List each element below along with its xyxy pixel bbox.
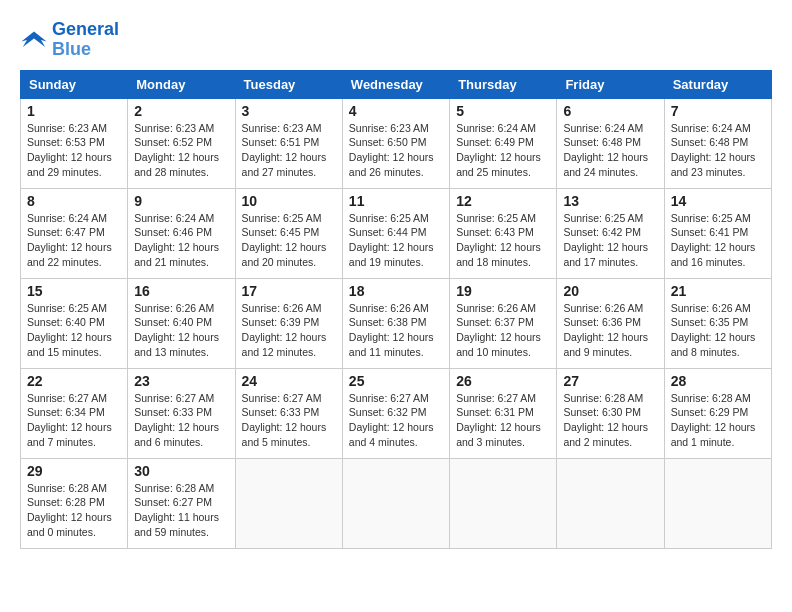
- day-info: Sunrise: 6:23 AMSunset: 6:50 PMDaylight:…: [349, 121, 443, 180]
- calendar-cell: 29Sunrise: 6:28 AMSunset: 6:28 PMDayligh…: [21, 458, 128, 548]
- day-info: Sunrise: 6:23 AMSunset: 6:53 PMDaylight:…: [27, 121, 121, 180]
- day-number: 4: [349, 103, 443, 119]
- calendar-header-monday: Monday: [128, 70, 235, 98]
- day-info: Sunrise: 6:28 AMSunset: 6:28 PMDaylight:…: [27, 481, 121, 540]
- day-info: Sunrise: 6:23 AMSunset: 6:52 PMDaylight:…: [134, 121, 228, 180]
- svg-marker-0: [21, 31, 46, 46]
- day-info: Sunrise: 6:26 AMSunset: 6:40 PMDaylight:…: [134, 301, 228, 360]
- day-number: 26: [456, 373, 550, 389]
- day-number: 25: [349, 373, 443, 389]
- calendar-cell: 7Sunrise: 6:24 AMSunset: 6:48 PMDaylight…: [664, 98, 771, 188]
- day-number: 21: [671, 283, 765, 299]
- calendar-header-friday: Friday: [557, 70, 664, 98]
- calendar-cell: 16Sunrise: 6:26 AMSunset: 6:40 PMDayligh…: [128, 278, 235, 368]
- calendar-header-row: SundayMondayTuesdayWednesdayThursdayFrid…: [21, 70, 772, 98]
- day-info: Sunrise: 6:28 AMSunset: 6:30 PMDaylight:…: [563, 391, 657, 450]
- calendar-cell: 22Sunrise: 6:27 AMSunset: 6:34 PMDayligh…: [21, 368, 128, 458]
- calendar-week-row: 15Sunrise: 6:25 AMSunset: 6:40 PMDayligh…: [21, 278, 772, 368]
- calendar-cell: 28Sunrise: 6:28 AMSunset: 6:29 PMDayligh…: [664, 368, 771, 458]
- calendar-cell: 3Sunrise: 6:23 AMSunset: 6:51 PMDaylight…: [235, 98, 342, 188]
- calendar-cell: 4Sunrise: 6:23 AMSunset: 6:50 PMDaylight…: [342, 98, 449, 188]
- calendar-cell: 8Sunrise: 6:24 AMSunset: 6:47 PMDaylight…: [21, 188, 128, 278]
- day-info: Sunrise: 6:25 AMSunset: 6:42 PMDaylight:…: [563, 211, 657, 270]
- calendar-cell: [557, 458, 664, 548]
- calendar-cell: 14Sunrise: 6:25 AMSunset: 6:41 PMDayligh…: [664, 188, 771, 278]
- day-number: 6: [563, 103, 657, 119]
- calendar-table: SundayMondayTuesdayWednesdayThursdayFrid…: [20, 70, 772, 549]
- day-number: 11: [349, 193, 443, 209]
- calendar-header-wednesday: Wednesday: [342, 70, 449, 98]
- day-info: Sunrise: 6:25 AMSunset: 6:44 PMDaylight:…: [349, 211, 443, 270]
- day-number: 10: [242, 193, 336, 209]
- day-number: 23: [134, 373, 228, 389]
- day-info: Sunrise: 6:24 AMSunset: 6:48 PMDaylight:…: [671, 121, 765, 180]
- calendar-cell: 1Sunrise: 6:23 AMSunset: 6:53 PMDaylight…: [21, 98, 128, 188]
- calendar-cell: 6Sunrise: 6:24 AMSunset: 6:48 PMDaylight…: [557, 98, 664, 188]
- calendar-week-row: 1Sunrise: 6:23 AMSunset: 6:53 PMDaylight…: [21, 98, 772, 188]
- day-number: 20: [563, 283, 657, 299]
- calendar-cell: [450, 458, 557, 548]
- calendar-cell: 15Sunrise: 6:25 AMSunset: 6:40 PMDayligh…: [21, 278, 128, 368]
- day-info: Sunrise: 6:24 AMSunset: 6:47 PMDaylight:…: [27, 211, 121, 270]
- day-info: Sunrise: 6:25 AMSunset: 6:45 PMDaylight:…: [242, 211, 336, 270]
- day-number: 30: [134, 463, 228, 479]
- calendar-cell: [235, 458, 342, 548]
- calendar-cell: 5Sunrise: 6:24 AMSunset: 6:49 PMDaylight…: [450, 98, 557, 188]
- day-number: 9: [134, 193, 228, 209]
- calendar-header-sunday: Sunday: [21, 70, 128, 98]
- day-info: Sunrise: 6:25 AMSunset: 6:40 PMDaylight:…: [27, 301, 121, 360]
- day-info: Sunrise: 6:28 AMSunset: 6:29 PMDaylight:…: [671, 391, 765, 450]
- calendar-cell: 13Sunrise: 6:25 AMSunset: 6:42 PMDayligh…: [557, 188, 664, 278]
- day-number: 17: [242, 283, 336, 299]
- calendar-cell: 10Sunrise: 6:25 AMSunset: 6:45 PMDayligh…: [235, 188, 342, 278]
- day-info: Sunrise: 6:25 AMSunset: 6:41 PMDaylight:…: [671, 211, 765, 270]
- day-info: Sunrise: 6:26 AMSunset: 6:35 PMDaylight:…: [671, 301, 765, 360]
- day-number: 7: [671, 103, 765, 119]
- day-info: Sunrise: 6:26 AMSunset: 6:37 PMDaylight:…: [456, 301, 550, 360]
- calendar-header-thursday: Thursday: [450, 70, 557, 98]
- day-number: 2: [134, 103, 228, 119]
- calendar-week-row: 8Sunrise: 6:24 AMSunset: 6:47 PMDaylight…: [21, 188, 772, 278]
- logo-text: General Blue: [52, 20, 119, 60]
- day-info: Sunrise: 6:27 AMSunset: 6:33 PMDaylight:…: [242, 391, 336, 450]
- calendar-cell: 25Sunrise: 6:27 AMSunset: 6:32 PMDayligh…: [342, 368, 449, 458]
- day-number: 5: [456, 103, 550, 119]
- logo-bird-icon: [20, 26, 48, 54]
- day-info: Sunrise: 6:24 AMSunset: 6:48 PMDaylight:…: [563, 121, 657, 180]
- calendar-cell: 18Sunrise: 6:26 AMSunset: 6:38 PMDayligh…: [342, 278, 449, 368]
- calendar-body: 1Sunrise: 6:23 AMSunset: 6:53 PMDaylight…: [21, 98, 772, 548]
- day-info: Sunrise: 6:25 AMSunset: 6:43 PMDaylight:…: [456, 211, 550, 270]
- day-info: Sunrise: 6:27 AMSunset: 6:33 PMDaylight:…: [134, 391, 228, 450]
- calendar-cell: 9Sunrise: 6:24 AMSunset: 6:46 PMDaylight…: [128, 188, 235, 278]
- day-number: 28: [671, 373, 765, 389]
- day-number: 22: [27, 373, 121, 389]
- day-number: 15: [27, 283, 121, 299]
- day-info: Sunrise: 6:26 AMSunset: 6:39 PMDaylight:…: [242, 301, 336, 360]
- day-info: Sunrise: 6:23 AMSunset: 6:51 PMDaylight:…: [242, 121, 336, 180]
- calendar-cell: 26Sunrise: 6:27 AMSunset: 6:31 PMDayligh…: [450, 368, 557, 458]
- calendar-cell: [342, 458, 449, 548]
- day-info: Sunrise: 6:27 AMSunset: 6:32 PMDaylight:…: [349, 391, 443, 450]
- day-number: 18: [349, 283, 443, 299]
- calendar-cell: 27Sunrise: 6:28 AMSunset: 6:30 PMDayligh…: [557, 368, 664, 458]
- day-number: 19: [456, 283, 550, 299]
- calendar-cell: 21Sunrise: 6:26 AMSunset: 6:35 PMDayligh…: [664, 278, 771, 368]
- calendar-cell: 19Sunrise: 6:26 AMSunset: 6:37 PMDayligh…: [450, 278, 557, 368]
- calendar-header-tuesday: Tuesday: [235, 70, 342, 98]
- calendar-cell: [664, 458, 771, 548]
- calendar-cell: 23Sunrise: 6:27 AMSunset: 6:33 PMDayligh…: [128, 368, 235, 458]
- day-number: 8: [27, 193, 121, 209]
- calendar-cell: 17Sunrise: 6:26 AMSunset: 6:39 PMDayligh…: [235, 278, 342, 368]
- day-info: Sunrise: 6:24 AMSunset: 6:49 PMDaylight:…: [456, 121, 550, 180]
- day-number: 14: [671, 193, 765, 209]
- calendar-week-row: 22Sunrise: 6:27 AMSunset: 6:34 PMDayligh…: [21, 368, 772, 458]
- day-number: 16: [134, 283, 228, 299]
- day-number: 3: [242, 103, 336, 119]
- day-info: Sunrise: 6:27 AMSunset: 6:34 PMDaylight:…: [27, 391, 121, 450]
- day-number: 12: [456, 193, 550, 209]
- calendar-cell: 30Sunrise: 6:28 AMSunset: 6:27 PMDayligh…: [128, 458, 235, 548]
- day-info: Sunrise: 6:26 AMSunset: 6:36 PMDaylight:…: [563, 301, 657, 360]
- day-info: Sunrise: 6:26 AMSunset: 6:38 PMDaylight:…: [349, 301, 443, 360]
- day-info: Sunrise: 6:24 AMSunset: 6:46 PMDaylight:…: [134, 211, 228, 270]
- day-number: 13: [563, 193, 657, 209]
